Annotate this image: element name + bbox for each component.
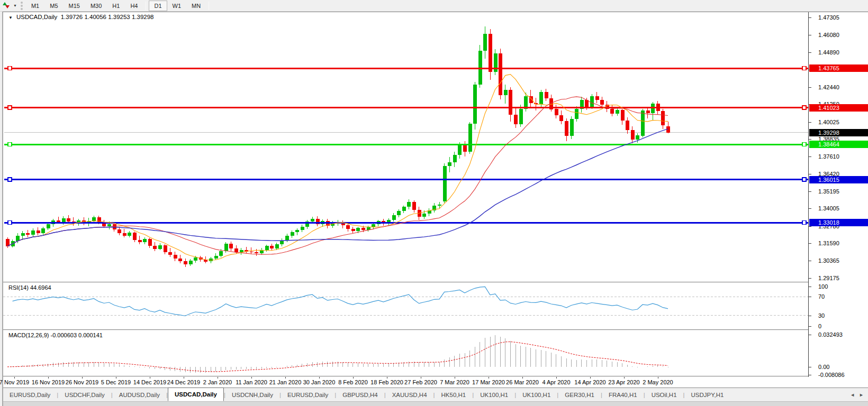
tab-scroll-controls: ◄► [850, 388, 868, 401]
hline-handle[interactable] [8, 67, 12, 70]
axis-tick-mark [809, 278, 811, 279]
tab-hk50-h1[interactable]: HK50,H1 [435, 388, 473, 401]
date-label: 27 Feb 2020 [404, 379, 437, 385]
hline-handle[interactable] [8, 221, 12, 225]
tab-uk100-h1[interactable]: UK100,H1 [474, 388, 514, 401]
date-tick-mark [658, 377, 658, 379]
chevron-down-icon[interactable]: ▼ [13, 4, 17, 7]
timeframe-button-h1[interactable]: H1 [107, 1, 125, 11]
date-label: 30 Jan 2020 [303, 379, 336, 385]
date-label: 5 Dec 2019 [101, 379, 131, 385]
axis-tick-mark [809, 297, 811, 297]
date-tick-mark [319, 377, 320, 379]
price-tick-label: 1.37610 [818, 153, 839, 160]
axis-tick-mark [809, 17, 811, 18]
timeframe-button-m5[interactable]: M5 [44, 1, 63, 11]
toolbar-grip[interactable] [21, 2, 23, 10]
hline-handle[interactable] [802, 106, 806, 109]
timeframe-button-m1[interactable]: M1 [26, 1, 44, 11]
tab-xauusd-h4[interactable]: XAUUSD,H4 [386, 388, 433, 401]
hline-handle[interactable] [802, 67, 806, 70]
tab-usdcnh-daily[interactable]: USDCNH,Daily [225, 388, 279, 401]
date-axis[interactable]: 7 Nov 201916 Nov 201926 Nov 20195 Dec 20… [3, 377, 868, 387]
date-tick-mark [251, 377, 252, 379]
timeframe-button-h4[interactable]: H4 [125, 1, 143, 11]
rsi-label: RSI(14) 44.6964 [8, 284, 51, 291]
hline-handle[interactable] [8, 178, 12, 181]
tab-usdjpy-h1[interactable]: USDJPY,H1 [685, 388, 730, 401]
tab-scroll-left-icon[interactable]: ◄ [850, 392, 855, 398]
tab-fra40-h1[interactable]: FRA40,H1 [602, 388, 644, 401]
timeframe-button-m15[interactable]: M15 [64, 1, 85, 11]
price-tick-label: 1.29175 [818, 275, 839, 281]
tab-scroll-right-icon[interactable]: ► [859, 392, 864, 398]
rsi-indicator-panel[interactable] [3, 283, 808, 329]
main-price-chart[interactable] [3, 12, 808, 282]
date-label: 18 Feb 2020 [370, 379, 403, 385]
axis-tick-mark [809, 35, 811, 35]
price-tick-label: 1.35195 [818, 188, 839, 195]
axis-tick-mark [809, 139, 811, 140]
price-axis[interactable]: 1.473051.460801.448901.436651.424401.412… [808, 12, 868, 377]
hline-object-1.38464[interactable] [4, 143, 808, 146]
date-tick-mark [455, 377, 455, 379]
date-label: 26 Nov 2019 [66, 379, 98, 385]
date-label: 21 Jan 2020 [269, 379, 302, 385]
tab-ger30-h1[interactable]: GER30,H1 [558, 388, 601, 401]
macd-tick-label: 0.032493 [818, 331, 843, 338]
price-level-badge: 1.38464 [809, 141, 868, 148]
price-level-badge: 1.43765 [809, 64, 868, 72]
hline-object-1.33018[interactable] [4, 221, 808, 225]
date-tick-mark [489, 377, 489, 379]
price-tick-label: 1.42440 [818, 84, 839, 90]
tab-usoil-h1[interactable]: USOil,H1 [645, 388, 683, 401]
tab-audusd-daily[interactable]: AUDUSD,Daily [113, 388, 166, 401]
collapse-caret-icon[interactable]: ▼ [8, 15, 13, 20]
macd-indicator-panel[interactable] [3, 330, 808, 376]
date-label: 2 Jan 2020 [203, 379, 232, 385]
date-label: 8 Feb 2020 [338, 379, 368, 385]
date-tick-mark [556, 377, 557, 379]
price-level-badge: 1.41023 [809, 104, 868, 112]
hline-handle[interactable] [802, 143, 806, 146]
tab-gbpusd-h4[interactable]: GBPUSD,H4 [336, 388, 384, 401]
timeframe-button-m30[interactable]: M30 [85, 1, 107, 11]
tab-uk100-h1[interactable]: UK100,H1 [516, 388, 557, 401]
hline-object-1.36015[interactable] [4, 178, 808, 181]
date-tick-mark [624, 377, 625, 379]
hline-object-1.43765[interactable] [4, 67, 808, 70]
date-tick-mark [421, 377, 421, 379]
chart-symbol-label: USDCAD,Daily [16, 14, 57, 20]
axis-tick-mark [809, 191, 811, 192]
chart-window: ▼USDCAD,Daily 1.39726 1.40056 1.39253 1.… [2, 12, 868, 406]
axis-tick-mark [809, 335, 811, 335]
hline-handle[interactable] [8, 143, 12, 146]
timeframe-button-mn[interactable]: MN [186, 1, 206, 11]
tab-eurusd-daily[interactable]: EURUSD,Daily [3, 388, 57, 401]
hline-handle[interactable] [8, 106, 12, 109]
rsi-line [13, 287, 668, 316]
rsi-tick-label: 100 [818, 283, 828, 290]
axis-tick-mark [809, 261, 811, 261]
axis-tick-mark [809, 243, 811, 244]
moving-average-8 [7, 75, 668, 261]
hline-handle[interactable] [802, 221, 806, 225]
moving-average-21 [7, 97, 668, 254]
axis-tick-mark [809, 326, 811, 327]
date-tick-mark [353, 377, 354, 379]
chart-cursor-icon[interactable] [2, 2, 12, 10]
tab-usdcad-daily[interactable]: USDCAD,Daily [168, 387, 224, 401]
hline-object-1.41023[interactable] [4, 106, 808, 109]
candlestick-series [6, 26, 670, 267]
tab-usdchf-daily[interactable]: USDCHF,Daily [58, 388, 111, 401]
date-label: 11 Jan 2020 [236, 379, 267, 385]
down-arrow-glyph [5, 5, 10, 8]
date-tick-mark [48, 377, 49, 379]
timeframe-button-w1[interactable]: W1 [167, 1, 187, 11]
hline-handle[interactable] [802, 178, 806, 181]
timeframe-button-d1[interactable]: D1 [149, 1, 167, 11]
axis-tick-mark [809, 375, 811, 375]
date-tick-mark [184, 377, 184, 379]
timeframe-buttons: M1M5M15M30H1H4D1W1MN [26, 1, 212, 11]
tab-eurusd-daily[interactable]: EURUSD,Daily [281, 388, 334, 401]
